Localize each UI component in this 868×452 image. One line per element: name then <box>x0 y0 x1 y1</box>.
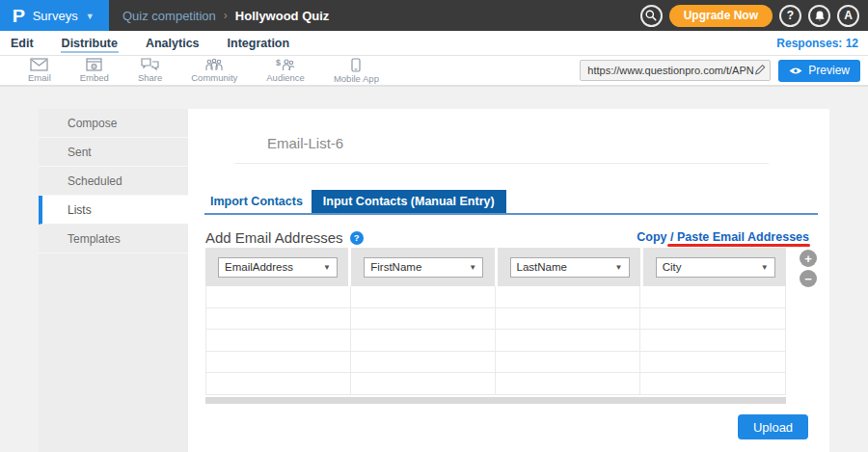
table-cell[interactable] <box>206 373 351 395</box>
section-heading: Add Email Addresses ? <box>205 229 364 246</box>
toolbar-item-label: Email <box>28 72 51 83</box>
table-row <box>206 352 785 374</box>
horizontal-scrollbar[interactable] <box>205 397 786 404</box>
table-cell[interactable] <box>640 286 785 308</box>
preview-label: Preview <box>808 64 850 77</box>
toolbar-item-label: Share <box>138 72 162 83</box>
remove-row-button[interactable]: − <box>800 270 817 287</box>
nav-tab-analytics[interactable]: Analytics <box>145 33 201 53</box>
sidebar-item-compose[interactable]: Compose <box>39 109 188 138</box>
breadcrumb: Quiz competition › Hollywood Quiz <box>122 9 329 23</box>
email-list-title: Email-List-6 <box>267 135 343 151</box>
responses-count: Responses: 12 <box>776 37 858 50</box>
sidebar-item-sent[interactable]: Sent <box>39 138 188 167</box>
table-cell[interactable] <box>640 308 785 331</box>
preview-button[interactable]: Preview <box>778 60 860 82</box>
column-header-cell: LastName▼ <box>498 248 640 286</box>
page-body: Compose Sent Scheduled Lists Templates E… <box>0 87 868 452</box>
table-cell[interactable] <box>351 352 496 374</box>
survey-url-input[interactable] <box>587 65 754 76</box>
tab-import-contacts[interactable]: Import Contacts <box>204 190 312 214</box>
red-annotation-underline <box>667 244 810 247</box>
toolbar-item-email[interactable]: Email <box>14 55 66 86</box>
table-cell[interactable] <box>496 308 640 331</box>
select-dropdown-arrow-icon: ▼ <box>323 263 331 272</box>
column-field-select[interactable]: LastName▼ <box>510 257 630 278</box>
community-people-icon <box>204 58 224 71</box>
eye-icon <box>789 66 802 75</box>
tab-input-contacts-manual-entry[interactable]: Input Contacts (Manual Entry) <box>312 190 506 214</box>
upload-button[interactable]: Upload <box>738 414 808 439</box>
breadcrumb-parent[interactable]: Quiz competition <box>122 9 216 23</box>
table-cell[interactable] <box>640 373 785 395</box>
audience-dollar-people-icon: $ <box>276 58 295 71</box>
toolbar-item-community[interactable]: Community <box>176 55 252 86</box>
sidebar-item-scheduled[interactable]: Scheduled <box>39 167 188 196</box>
sidebar-item-templates[interactable]: Templates <box>39 225 188 253</box>
embed-window-icon <box>86 58 102 71</box>
select-dropdown-arrow-icon: ▼ <box>469 263 476 272</box>
share-bubbles-icon <box>141 58 159 71</box>
table-cell[interactable] <box>206 352 351 374</box>
toolbar-right: Preview <box>580 60 860 82</box>
toolbar-item-share[interactable]: Share <box>123 55 176 86</box>
column-header-cell: FirstName▼ <box>351 248 494 286</box>
account-avatar[interactable]: A <box>837 5 859 27</box>
help-tooltip-icon[interactable]: ? <box>350 231 364 245</box>
help-button[interactable]: ? <box>779 5 801 27</box>
selected-field-label: FirstName <box>370 261 421 273</box>
column-field-select[interactable]: FirstName▼ <box>364 257 483 278</box>
table-cell[interactable] <box>640 352 785 374</box>
email-envelope-icon <box>30 58 48 71</box>
toolbar-item-label: Mobile App <box>334 73 379 84</box>
table-cell[interactable] <box>206 330 351 352</box>
table-cell[interactable] <box>351 286 496 308</box>
upgrade-now-button[interactable]: Upgrade Now <box>669 5 773 27</box>
table-row <box>206 308 785 331</box>
toolbar-item-audience[interactable]: $ Audience <box>252 55 319 86</box>
edit-url-pencil-icon[interactable] <box>754 62 766 79</box>
top-bar: P Surveys ▼ Quiz competition › Hollywood… <box>0 0 868 31</box>
table-cell[interactable] <box>496 330 640 352</box>
notifications-bell-icon[interactable] <box>808 5 830 27</box>
table-cell[interactable] <box>206 286 351 308</box>
toolbar-item-embed[interactable]: Embed <box>66 55 123 86</box>
questionpro-logo-icon: P <box>13 7 25 25</box>
table-cell[interactable] <box>496 373 640 395</box>
selected-field-label: LastName <box>517 261 567 273</box>
column-header-cell: City▼ <box>643 248 786 286</box>
table-header-row: EmailAddress▼FirstName▼LastName▼City▼ <box>205 248 786 286</box>
toolbar-item-mobile-app[interactable]: Mobile App <box>319 55 393 86</box>
sidebar-item-lists[interactable]: Lists <box>39 196 188 225</box>
table-cell[interactable] <box>351 373 496 395</box>
nav-tab-integration[interactable]: Integration <box>227 33 291 53</box>
mobile-phone-icon <box>351 58 361 72</box>
nav-tab-distribute[interactable]: Distribute <box>61 33 119 53</box>
table-cell[interactable] <box>496 286 640 308</box>
tabs-underline <box>204 213 818 215</box>
column-field-select[interactable]: City▼ <box>656 257 775 278</box>
nav-tab-edit[interactable]: Edit <box>10 33 35 53</box>
add-email-addresses-label: Add Email Addresses <box>205 229 343 246</box>
table-cell[interactable] <box>496 352 640 374</box>
copy-paste-email-addresses-link[interactable]: Copy / Paste Email Addresses <box>637 230 809 244</box>
table-cell[interactable] <box>640 330 785 352</box>
select-dropdown-arrow-icon: ▼ <box>761 263 769 272</box>
row-controls: + − <box>800 250 817 287</box>
column-header-cell: EmailAddress▼ <box>205 248 348 286</box>
chevron-down-icon: ▼ <box>86 12 95 21</box>
search-icon[interactable] <box>640 5 663 27</box>
table-row <box>206 330 785 352</box>
add-row-button[interactable]: + <box>800 250 817 267</box>
table-cell[interactable] <box>351 330 496 352</box>
lists-panel: Email-List-6 Import Contacts Input Conta… <box>188 109 829 452</box>
breadcrumb-separator-icon: › <box>224 9 228 22</box>
surveys-product-menu[interactable]: P Surveys ▼ <box>0 0 109 31</box>
title-divider <box>234 163 769 164</box>
svg-text:$: $ <box>276 58 281 67</box>
column-field-select[interactable]: EmailAddress▼ <box>218 257 338 278</box>
toolbar-item-label: Community <box>191 72 237 83</box>
table-cell[interactable] <box>351 308 496 331</box>
select-dropdown-arrow-icon: ▼ <box>615 263 623 272</box>
table-cell[interactable] <box>206 308 351 331</box>
